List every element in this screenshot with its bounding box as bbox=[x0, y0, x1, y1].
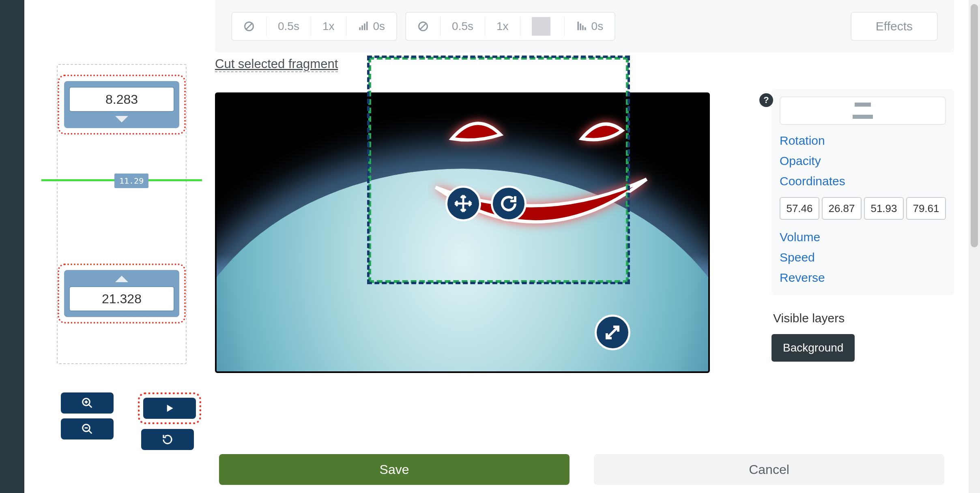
svg-line-17 bbox=[89, 431, 92, 434]
properties-panel: Rotation Opacity Coordinates 57.46 26.87… bbox=[772, 89, 954, 295]
zoom-in-button[interactable] bbox=[61, 392, 114, 414]
svg-line-13 bbox=[89, 405, 92, 408]
position-icon bbox=[853, 103, 873, 119]
cancel-button[interactable]: Cancel bbox=[594, 454, 944, 485]
position-preset-button[interactable] bbox=[780, 96, 946, 125]
svg-line-7 bbox=[420, 24, 426, 29]
replay-button[interactable] bbox=[141, 429, 194, 450]
seg-b-offset: 0s bbox=[591, 20, 604, 33]
svg-rect-4 bbox=[364, 24, 365, 30]
preview-area[interactable] bbox=[215, 92, 710, 373]
start-time-input[interactable]: 8.283 bbox=[69, 87, 174, 112]
svg-line-22 bbox=[607, 327, 618, 338]
opacity-link[interactable]: Opacity bbox=[780, 154, 946, 168]
help-icon[interactable]: ? bbox=[759, 93, 773, 107]
playhead-value[interactable]: 11.29 bbox=[114, 174, 148, 188]
start-handle-highlight: 8.283 bbox=[58, 75, 186, 135]
scroll-thumb[interactable] bbox=[971, 4, 978, 247]
svg-rect-10 bbox=[582, 26, 584, 30]
reverse-link[interactable]: Reverse bbox=[780, 271, 946, 285]
play-button[interactable] bbox=[143, 398, 196, 419]
coord-x1[interactable]: 57.46 bbox=[780, 197, 819, 220]
resize-handle[interactable] bbox=[595, 315, 630, 350]
rotation-link[interactable]: Rotation bbox=[780, 134, 946, 148]
coordinates-link[interactable]: Coordinates bbox=[780, 174, 946, 188]
chevron-down-icon bbox=[115, 116, 128, 122]
coord-y2[interactable]: 79.61 bbox=[906, 197, 946, 220]
selection-box[interactable] bbox=[368, 57, 629, 283]
rotate-handle[interactable] bbox=[491, 186, 527, 221]
disable-icon bbox=[417, 21, 429, 32]
end-handle-highlight: 21.328 bbox=[58, 264, 186, 324]
coordinates-row: 57.46 26.87 51.93 79.61 bbox=[780, 197, 946, 220]
svg-rect-11 bbox=[585, 27, 586, 30]
svg-rect-8 bbox=[577, 21, 579, 30]
end-handle[interactable]: 21.328 bbox=[64, 270, 179, 317]
coord-y1[interactable]: 26.87 bbox=[822, 197, 862, 220]
volume-link[interactable]: Volume bbox=[780, 230, 946, 244]
save-button[interactable]: Save bbox=[219, 454, 570, 485]
seg-a-duration: 0.5s bbox=[266, 13, 311, 40]
play-button-highlight bbox=[138, 392, 201, 424]
chevron-up-icon bbox=[115, 276, 128, 282]
segment-a[interactable]: 0.5s 1x 0s bbox=[231, 12, 397, 41]
visible-layers-title: Visible layers bbox=[773, 311, 954, 325]
svg-rect-5 bbox=[366, 21, 368, 30]
svg-marker-19 bbox=[167, 405, 173, 412]
properties-column: ? Rotation Opacity Coordinates 57.46 bbox=[772, 53, 954, 493]
svg-line-1 bbox=[246, 24, 252, 29]
top-toolbar: 0.5s 1x 0s 0.5s 1x 0s Effects bbox=[215, 0, 954, 53]
move-handle[interactable] bbox=[445, 186, 481, 221]
bars-down-icon bbox=[576, 21, 587, 32]
seg-a-speed: 1x bbox=[311, 13, 346, 40]
scrollbar[interactable] bbox=[969, 0, 980, 493]
segment-b[interactable]: 0.5s 1x 0s bbox=[405, 12, 615, 41]
timeline-track[interactable]: 8.283 11.29 21.328 bbox=[57, 64, 187, 364]
seg-a-offset: 0s bbox=[373, 20, 385, 33]
zoom-out-button[interactable] bbox=[61, 418, 114, 439]
color-swatch bbox=[532, 17, 550, 36]
cut-fragment-link[interactable]: Cut selected fragment bbox=[215, 57, 338, 72]
svg-rect-9 bbox=[580, 24, 581, 30]
layer-background[interactable]: Background bbox=[772, 334, 855, 362]
svg-rect-3 bbox=[361, 26, 363, 30]
speed-link[interactable]: Speed bbox=[780, 251, 946, 264]
left-rail bbox=[0, 0, 24, 493]
seg-b-speed: 1x bbox=[485, 13, 520, 40]
disable-icon bbox=[243, 21, 255, 32]
coord-x2[interactable]: 51.93 bbox=[864, 197, 904, 220]
end-time-input[interactable]: 21.328 bbox=[69, 286, 174, 311]
bars-up-icon bbox=[358, 21, 369, 32]
effects-button[interactable]: Effects bbox=[851, 12, 938, 41]
svg-rect-2 bbox=[359, 27, 361, 30]
start-handle[interactable]: 8.283 bbox=[64, 81, 179, 128]
seg-b-duration: 0.5s bbox=[441, 13, 485, 40]
timeline-column: 8.283 11.29 21.328 bbox=[24, 53, 215, 493]
